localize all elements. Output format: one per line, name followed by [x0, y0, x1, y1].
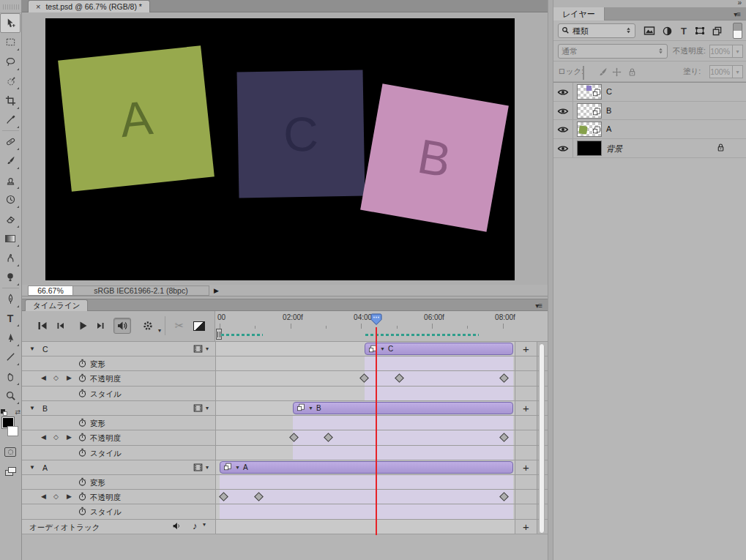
stopwatch-icon[interactable] [78, 373, 87, 384]
split-at-playhead-button[interactable]: ✂ [171, 318, 188, 334]
status-options-arrow-icon[interactable]: ▶ [214, 287, 219, 294]
clip-disclosure-icon[interactable]: ▼ [235, 465, 240, 470]
playhead-marker[interactable] [370, 313, 382, 326]
track-lane[interactable]: ▼C [216, 342, 515, 356]
play-button[interactable] [74, 318, 92, 334]
add-media-button[interactable]: + [523, 461, 529, 474]
opacity-value-field[interactable]: 100% [709, 45, 733, 58]
pixel-layer-filter-button[interactable] [643, 24, 656, 37]
stopwatch-icon[interactable] [78, 506, 87, 518]
mute-audio-button[interactable] [113, 318, 131, 334]
tool-clone-stamp[interactable] [0, 171, 20, 190]
tool-gradient[interactable] [0, 229, 20, 249]
next-keyframe-icon[interactable]: ▶ [67, 433, 72, 441]
disclosure-triangle-icon[interactable]: ▼ [29, 464, 35, 471]
video-track-menu[interactable]: ▾ [193, 344, 209, 354]
track-lane[interactable] [216, 387, 515, 400]
previous-frame-button[interactable] [51, 318, 69, 334]
video-track-menu[interactable]: ▾ [193, 463, 209, 472]
add-audio-button[interactable]: + [523, 520, 529, 533]
filter-kind-select[interactable]: 種類 [558, 23, 635, 38]
tool-hand[interactable] [0, 367, 20, 387]
tab-layers[interactable]: レイヤー [553, 7, 605, 20]
next-frame-button[interactable] [92, 318, 110, 334]
swap-colors-icon[interactable]: ⇄ [15, 408, 20, 416]
blend-mode-select[interactable]: 通常 [558, 44, 668, 59]
tool-crop[interactable] [0, 91, 20, 111]
smart-object-filter-button[interactable] [710, 24, 723, 37]
add-keyframe-icon[interactable]: ◇ [53, 433, 59, 441]
quick-mask-button[interactable] [0, 442, 20, 462]
prev-keyframe-icon[interactable]: ◀ [41, 493, 46, 500]
tool-line[interactable] [0, 348, 20, 367]
visibility-eye-icon[interactable] [557, 89, 569, 97]
stopwatch-icon[interactable] [78, 417, 87, 429]
default-colors-icon[interactable] [1, 409, 7, 416]
add-media-button[interactable]: + [523, 343, 529, 355]
clip-B[interactable]: ▼B [293, 402, 513, 414]
collapse-panels-icon[interactable]: » [737, 0, 742, 7]
color-swatches[interactable]: ⇄ [0, 408, 20, 442]
track-lane[interactable] [216, 356, 515, 370]
document-tab[interactable]: × test.psd @ 66.7% (RGB/8) * [28, 0, 150, 12]
disclosure-triangle-icon[interactable]: ▼ [29, 405, 35, 411]
tool-zoom[interactable] [0, 387, 20, 406]
track-lane[interactable] [216, 416, 515, 430]
prev-keyframe-icon[interactable]: ◀ [41, 433, 46, 441]
shape-layer-filter-button[interactable] [693, 24, 706, 37]
track-lane[interactable]: ▼A [216, 460, 515, 474]
stopwatch-icon[interactable] [78, 432, 87, 444]
tool-eraser[interactable] [0, 209, 20, 229]
panel-divider[interactable] [548, 0, 553, 560]
add-keyframe-icon[interactable]: ◇ [53, 374, 59, 381]
lock-position-button[interactable] [612, 67, 622, 80]
layer-row-背景[interactable]: 背景 [553, 139, 746, 158]
track-lane[interactable] [216, 430, 515, 444]
track-lane[interactable] [216, 504, 515, 518]
stopwatch-icon[interactable] [78, 447, 87, 459]
tool-dodge[interactable] [0, 268, 20, 288]
tool-eyedropper[interactable] [0, 111, 20, 130]
lock-pixels-button[interactable] [597, 67, 608, 81]
stopwatch-icon[interactable] [78, 388, 87, 400]
tool-type[interactable]: T [0, 309, 20, 329]
tab-timeline[interactable]: タイムライン [25, 299, 88, 311]
lock-all-button[interactable] [627, 67, 637, 80]
music-note-icon[interactable]: ♪ [193, 520, 198, 531]
timeline-panel-menu-icon[interactable]: ▾≡ [535, 302, 542, 310]
clip-A[interactable]: ▼A [220, 461, 513, 474]
tool-history-brush[interactable] [0, 190, 20, 210]
layers-panel-menu-icon[interactable]: ▾≡ [734, 10, 740, 18]
visibility-eye-icon[interactable] [557, 108, 569, 116]
opacity-dropdown-icon[interactable]: ▾ [733, 45, 743, 58]
track-lane[interactable] [216, 490, 515, 504]
stopwatch-icon[interactable] [78, 491, 87, 503]
visibility-eye-icon[interactable] [557, 126, 569, 135]
clip-disclosure-icon[interactable]: ▼ [308, 406, 313, 411]
prev-keyframe-icon[interactable]: ◀ [41, 374, 46, 381]
adjustment-layer-filter-button[interactable] [660, 24, 674, 37]
layer-thumbnail[interactable] [577, 103, 602, 119]
tool-marquee[interactable] [0, 33, 20, 53]
layer-thumbnail[interactable] [577, 122, 602, 137]
canvas[interactable]: ACB [45, 18, 515, 280]
background-color-swatch[interactable] [7, 426, 18, 436]
disclosure-triangle-icon[interactable]: ▼ [29, 346, 35, 352]
video-track-menu[interactable]: ▾ [193, 403, 209, 413]
tool-smudge[interactable] [0, 248, 20, 268]
stopwatch-icon[interactable] [78, 477, 87, 488]
lock-transparency-button[interactable] [583, 67, 584, 80]
screen-mode-button[interactable] [0, 462, 20, 482]
transition-button[interactable] [190, 318, 208, 334]
add-keyframe-icon[interactable]: ◇ [53, 493, 59, 500]
layer-row-A[interactable]: A [553, 120, 746, 139]
add-media-button[interactable]: + [523, 402, 529, 414]
panel-grip[interactable] [0, 0, 21, 13]
speaker-icon[interactable] [172, 521, 182, 532]
track-lane[interactable]: ▼B [216, 401, 515, 415]
visibility-eye-icon[interactable] [557, 145, 569, 154]
timeline-scrollbar[interactable] [539, 343, 545, 534]
go-to-first-frame-button[interactable] [34, 318, 51, 334]
tool-lasso[interactable] [0, 52, 20, 72]
next-keyframe-icon[interactable]: ▶ [67, 493, 72, 500]
